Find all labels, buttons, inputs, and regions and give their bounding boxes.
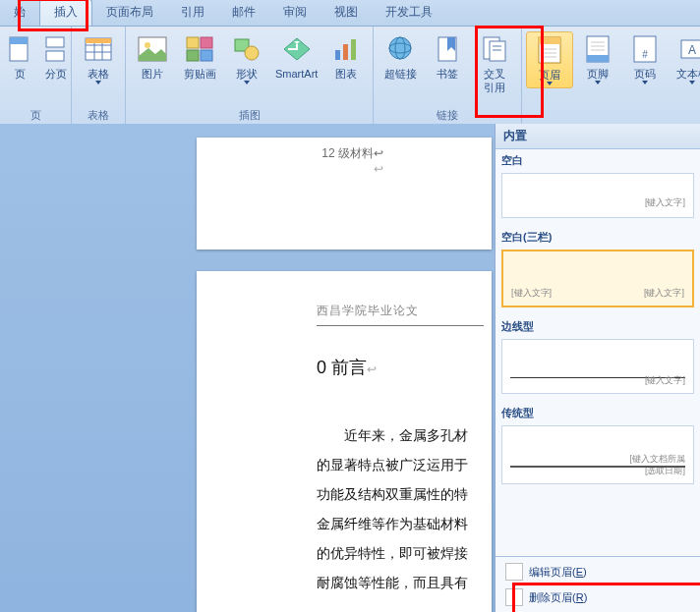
tab-view[interactable]: 视图 <box>321 0 372 26</box>
clipart-button[interactable]: 剪贴画 <box>177 31 222 83</box>
footer-label: 页脚 <box>587 67 609 81</box>
gallery-section-border: 边线型 <box>496 315 700 336</box>
bookmark-button[interactable]: 书签 <box>425 31 470 83</box>
group-pages-label: 页 <box>4 107 67 125</box>
page2-header-text: 西昌学院毕业论文 <box>317 303 492 319</box>
crossref-label: 交叉 引用 <box>484 67 505 94</box>
group-header-footer-label <box>526 110 700 125</box>
tab-developer[interactable]: 开发工具 <box>372 0 446 26</box>
cover-page-button[interactable]: 页 <box>4 31 35 83</box>
group-illustrations: 图片 剪贴画 形状 SmartArt 图表 <box>126 27 374 125</box>
page-break-label: 分页 <box>45 67 67 81</box>
svg-rect-19 <box>343 44 348 60</box>
header-rule <box>317 325 484 326</box>
remove-header-label: 删除页眉(R) <box>529 590 587 605</box>
svg-text:A: A <box>688 43 696 57</box>
svg-point-21 <box>389 37 411 59</box>
shapes-button[interactable]: 形状 <box>224 31 269 86</box>
gallery-item-blank[interactable]: [键入文字] <box>501 173 694 218</box>
pagenum-label: 页码 <box>634 67 656 81</box>
bookmark-label: 书签 <box>437 67 458 81</box>
tab-mail[interactable]: 邮件 <box>218 0 269 26</box>
ribbon: 页 分页 页 表格 表格 <box>0 27 700 126</box>
gallery-blank-placeholder: [键入文字] <box>645 196 685 209</box>
document-canvas[interactable]: 12 级材料↩ ↩ 西昌学院毕业论文 0 前言↩ 近年来，金属多孔材的显著特点被… <box>0 124 700 612</box>
remove-header-command[interactable]: 删除页眉(R) <box>496 584 700 610</box>
shapes-label: 形状 <box>236 67 258 81</box>
svg-rect-35 <box>587 55 609 62</box>
pagenum-button[interactable]: # 页码 <box>622 31 668 86</box>
hyperlink-icon <box>384 33 416 65</box>
page-2: 西昌学院毕业论文 0 前言↩ 近年来，金属多孔材的显著特点被广泛运用于功能及结构… <box>197 271 492 612</box>
svg-rect-30 <box>539 37 560 44</box>
textbox-label: 文本框 <box>676 67 700 81</box>
table-icon <box>83 33 114 65</box>
svg-rect-12 <box>187 37 199 48</box>
crossref-button[interactable]: 交叉 引用 <box>472 31 517 96</box>
smartart-button[interactable]: SmartArt <box>271 31 321 83</box>
tab-start[interactable]: 始 <box>0 0 39 26</box>
chart-icon <box>330 33 362 65</box>
group-tables-label: 表格 <box>76 107 121 125</box>
smartart-icon <box>281 33 313 65</box>
textbox-icon: A <box>676 33 700 65</box>
picture-label: 图片 <box>142 67 163 81</box>
clipart-icon <box>184 33 215 65</box>
edit-header-command[interactable]: 编辑页眉(E) <box>496 559 700 584</box>
gallery-section-blank3: 空白(三栏) <box>496 226 700 247</box>
header-gallery-panel: 内置 空白 [键入文字] 空白(三栏) [键入文字][键入文字] 边线型 [键入… <box>495 124 700 612</box>
header-button[interactable]: 页眉 <box>526 31 573 88</box>
svg-rect-9 <box>86 38 111 43</box>
gallery-item-border[interactable]: [键入文字] <box>501 339 694 394</box>
page1-header-text: 12 级材料↩ <box>321 146 383 160</box>
gallery-section-blank: 空白 <box>496 149 700 170</box>
gallery-section-trad: 传统型 <box>496 402 700 422</box>
group-links: 超链接 书签 交叉 引用 链接 <box>374 27 522 125</box>
crossref-icon <box>479 33 510 65</box>
gallery-footer: 编辑页眉(E) 删除页眉(R) <box>496 556 700 612</box>
group-links-label: 链接 <box>378 107 517 125</box>
page-break-button[interactable]: 分页 <box>37 31 75 83</box>
tab-review[interactable]: 审阅 <box>269 0 321 26</box>
gallery-border-placeholder: [键入文字] <box>645 374 685 387</box>
svg-rect-15 <box>201 50 212 61</box>
cover-page-label: 页 <box>15 67 26 81</box>
group-tables: 表格 表格 <box>72 27 126 125</box>
svg-point-11 <box>145 42 150 48</box>
group-pages: 页 分页 页 <box>0 27 72 125</box>
header-icon <box>534 34 565 66</box>
svg-rect-3 <box>46 51 64 61</box>
chevron-down-icon <box>244 81 250 84</box>
svg-rect-18 <box>335 50 340 60</box>
page-break-icon <box>40 33 72 65</box>
chevron-down-icon <box>689 81 695 84</box>
bookmark-icon <box>432 33 463 65</box>
footer-button[interactable]: 页脚 <box>575 31 620 86</box>
gallery-item-trad[interactable]: [键入文档所属 [选取日期] <box>501 425 694 484</box>
tab-layout[interactable]: 页面布局 <box>92 0 167 26</box>
footer-icon <box>582 33 613 65</box>
hyperlink-button[interactable]: 超链接 <box>378 31 423 83</box>
heading-0: 0 前言↩ <box>317 356 492 379</box>
tab-reference[interactable]: 引用 <box>167 0 218 26</box>
smartart-label: SmartArt <box>275 67 318 81</box>
table-button[interactable]: 表格 <box>76 31 121 86</box>
shapes-icon <box>231 33 262 65</box>
chart-button[interactable]: 图表 <box>323 31 369 83</box>
svg-rect-1 <box>10 37 28 44</box>
gallery-item-blank3[interactable]: [键入文字][键入文字] <box>501 250 694 307</box>
gallery-trad-rule <box>510 466 685 468</box>
picture-icon <box>137 33 168 65</box>
svg-rect-20 <box>351 39 356 60</box>
picture-button[interactable]: 图片 <box>130 31 175 83</box>
textbox-button[interactable]: A 文本框 <box>670 31 700 86</box>
table-label: 表格 <box>88 67 109 81</box>
svg-rect-14 <box>187 50 199 61</box>
group-header-footer: 页眉 页脚 # 页码 A 文本框 <box>522 27 700 125</box>
svg-rect-13 <box>201 37 212 48</box>
tab-insert[interactable]: 插入 <box>39 0 92 26</box>
remove-header-icon <box>505 588 523 606</box>
chart-label: 图表 <box>335 67 357 81</box>
group-illustrations-label: 插图 <box>130 107 369 125</box>
body-text: 近年来，金属多孔材的显著特点被广泛运用于功能及结构双重属性的特金属纤维等作为基础… <box>317 420 492 597</box>
